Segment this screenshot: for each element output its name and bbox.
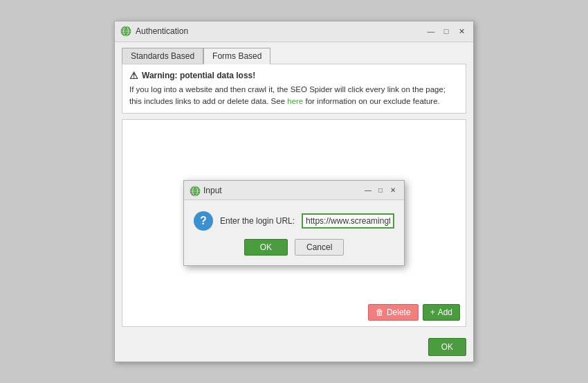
dialog-maximize-button[interactable]: □ (375, 185, 386, 196)
panel-area: Input — □ ✕ ? Enter the l (122, 119, 466, 327)
minimize-button[interactable]: — (425, 25, 437, 37)
dialog-title: Input (203, 186, 362, 195)
dialog-label: Enter the login URL: (220, 216, 295, 226)
main-window: Authentication — □ ✕ Standards Based For… (114, 21, 474, 363)
dialog-title-bar: Input — □ ✕ (184, 181, 404, 200)
warning-text: If you log into a website and then crawl… (129, 84, 459, 108)
warning-heading: Warning: potential data loss! (142, 71, 255, 80)
tab-bar: Standards Based Forms Based (122, 48, 466, 64)
tab-forms-based[interactable]: Forms Based (203, 48, 270, 64)
dialog-buttons: OK Cancel (194, 239, 394, 258)
window-title: Authentication (136, 26, 425, 36)
main-ok-button[interactable]: OK (428, 338, 466, 356)
tab-standards-based[interactable]: Standards Based (122, 48, 203, 64)
dialog-input-row: ? Enter the login URL: (194, 211, 394, 231)
warning-box: ⚠ Warning: potential data loss! If you l… (122, 64, 466, 114)
close-button[interactable]: ✕ (455, 25, 468, 37)
dialog-ok-button[interactable]: OK (244, 239, 288, 256)
warning-text-part2: for information on our exclude feature. (303, 97, 440, 105)
dialog-cancel-button[interactable]: Cancel (295, 239, 344, 256)
warning-icon: ⚠ (129, 70, 138, 81)
window-controls: — □ ✕ (425, 25, 468, 37)
warning-link[interactable]: here (287, 97, 303, 105)
dialog-body: ? Enter the login URL: OK Cancel (184, 200, 404, 265)
window-content: Standards Based Forms Based ⚠ Warning: p… (115, 42, 473, 333)
input-dialog: Input — □ ✕ ? Enter the l (183, 180, 405, 266)
dialog-close-button[interactable]: ✕ (387, 185, 398, 196)
dialog-overlay: Input — □ ✕ ? Enter the l (122, 120, 466, 326)
dialog-controls: — □ ✕ (362, 185, 398, 196)
dialog-minimize-button[interactable]: — (362, 185, 374, 196)
maximize-button[interactable]: □ (440, 25, 452, 37)
question-icon: ? (194, 211, 213, 231)
login-url-input[interactable] (302, 213, 394, 229)
dialog-app-icon (190, 186, 199, 195)
app-icon (120, 26, 131, 37)
warning-title: ⚠ Warning: potential data loss! (129, 70, 459, 81)
title-bar: Authentication — □ ✕ (115, 21, 473, 42)
main-footer: OK (115, 332, 473, 362)
